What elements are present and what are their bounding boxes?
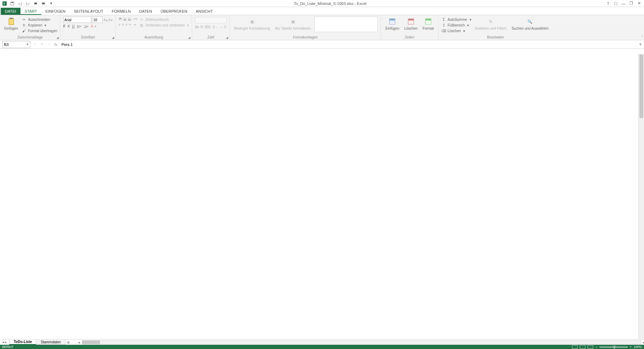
tab-insert[interactable]: EINFÜGEN — [41, 8, 70, 15]
scrollbar-thumb[interactable] — [82, 341, 100, 344]
format-as-table-button[interactable]: ▦Als Tabelle formatieren — [274, 17, 312, 31]
find-select-button[interactable]: 🔍Suchen und Auswählen — [510, 17, 550, 31]
sheet-tab-stammdaten[interactable]: Stammdaten — [36, 340, 65, 345]
insert-function-icon[interactable]: fx — [52, 42, 59, 47]
bold-button[interactable]: F — [63, 24, 65, 29]
worksheet-grid[interactable] — [0, 49, 644, 339]
number-format-selector[interactable] — [195, 17, 227, 23]
minimize-icon[interactable]: — — [620, 1, 627, 6]
orientation-icon[interactable]: ⤢▾ — [132, 17, 137, 21]
cancel-formula-icon[interactable]: ✕ — [38, 42, 45, 47]
restore-icon[interactable]: ❐ — [628, 1, 635, 6]
launcher-icon[interactable]: ◢ — [56, 36, 59, 39]
tab-start[interactable]: START — [20, 8, 41, 15]
wrap-text-button[interactable]: ↩Zeilenumbruch — [139, 17, 189, 22]
zoom-in-icon[interactable]: + — [630, 345, 632, 349]
ribbon-display-icon[interactable]: ▢ — [612, 1, 619, 6]
name-box[interactable]: B3▾ — [2, 41, 30, 48]
tab-view[interactable]: ANSICHT — [191, 8, 217, 15]
decrease-font-icon[interactable]: A▾ — [108, 17, 113, 23]
print-preview-icon[interactable] — [40, 0, 47, 7]
italic-button[interactable]: K — [67, 24, 70, 29]
tab-review[interactable]: ÜBERPRÜFEN — [156, 8, 192, 15]
fbar-separator: ⋮ — [31, 42, 38, 47]
currency-icon[interactable]: $▾ — [195, 25, 199, 29]
indent-dec-icon[interactable]: ⇤ — [129, 22, 132, 27]
view-normal-icon[interactable] — [572, 345, 578, 349]
delete-cells-button[interactable]: Löschen — [403, 17, 419, 31]
insert-cells-button[interactable]: Einfügen — [384, 17, 400, 31]
svg-rect-8 — [9, 18, 14, 25]
sigma-icon: Σ — [441, 17, 446, 22]
launcher-icon[interactable]: ◢ — [188, 36, 190, 39]
merge-center-button[interactable]: ▥Verbinden und zentrieren ▾ — [139, 22, 189, 28]
svg-rect-9 — [10, 18, 13, 19]
undo-icon[interactable] — [17, 0, 23, 7]
sheet-tab-todo[interactable]: ToDo-Liste — [9, 339, 36, 345]
decrease-decimal-icon[interactable]: ←.0 — [220, 25, 226, 29]
vertical-scrollbar[interactable] — [638, 54, 644, 339]
font-name-input[interactable] — [63, 17, 91, 23]
align-center-icon[interactable]: ≡ — [122, 22, 124, 27]
sheet-nav-prev-icon[interactable]: ◂ — [2, 340, 4, 344]
font-size-input[interactable] — [92, 17, 103, 23]
align-left-icon[interactable]: ≡ — [119, 22, 121, 27]
border-icon[interactable]: ▦▾ — [77, 24, 82, 29]
sort-filter-button[interactable]: ⇅Sortieren und Filtern — [473, 17, 508, 31]
formula-input[interactable]: Pers.1 — [59, 42, 637, 47]
align-right-icon[interactable]: ≡ — [125, 22, 127, 27]
tab-pagelayout[interactable]: SEITENLAYOUT — [70, 8, 107, 15]
horizontal-scrollbar[interactable]: ◂▸ — [82, 340, 641, 344]
format-painter-button[interactable]: 🖌Format übertragen — [22, 28, 57, 34]
align-middle-icon[interactable]: ⬓ — [123, 17, 126, 21]
increase-decimal-icon[interactable]: .0→ — [212, 25, 218, 29]
percent-icon[interactable]: % — [200, 25, 203, 29]
save-icon[interactable] — [9, 0, 16, 7]
quick-print-icon[interactable] — [32, 0, 39, 7]
indent-inc-icon[interactable]: ⇥ — [133, 22, 136, 27]
zoom-out-icon[interactable]: − — [595, 345, 597, 349]
tab-file[interactable]: DATEI — [1, 8, 20, 15]
launcher-icon[interactable]: ◢ — [226, 36, 228, 39]
enter-formula-icon[interactable]: ✓ — [45, 42, 52, 47]
ribbon: Einfügen ✂Ausschneiden ⎘Kopieren ▾ 🖌Form… — [0, 15, 644, 40]
font-color-icon[interactable]: A▾ — [91, 24, 96, 29]
zoom-level[interactable]: 100% — [634, 345, 642, 349]
group-styles: ▦Bedingte Formatierung ▦Als Tabelle form… — [230, 15, 381, 40]
brush-icon: 🖌 — [22, 28, 26, 33]
svg-rect-11 — [389, 19, 395, 20]
qat-customize-icon[interactable]: ▾ — [48, 0, 54, 7]
increase-font-icon[interactable]: A▴ — [103, 17, 108, 23]
sheet-nav-next-icon[interactable]: ▸ — [5, 340, 7, 344]
collapse-ribbon-icon[interactable]: ˄ — [641, 35, 643, 39]
cell-styles-gallery[interactable] — [314, 17, 378, 32]
expand-formula-bar-icon[interactable]: ▾ — [637, 42, 644, 47]
autosum-button[interactable]: ΣAutoSumme ▾ — [441, 17, 471, 22]
conditional-formatting-button[interactable]: ▦Bedingte Formatierung — [233, 17, 272, 31]
group-label-alignment: Ausrichtung◢ — [119, 35, 189, 40]
align-bottom-icon[interactable]: ⬓ — [128, 17, 131, 21]
new-sheet-icon[interactable]: ⊕ — [65, 340, 71, 345]
clear-button[interactable]: ⌫Löschen ▾ — [441, 28, 471, 34]
delete-icon — [407, 17, 415, 26]
format-cells-button[interactable]: Format — [421, 17, 435, 31]
paste-button[interactable]: Einfügen — [3, 17, 19, 31]
zoom-slider[interactable] — [600, 347, 628, 348]
launcher-icon[interactable]: ◢ — [112, 36, 114, 39]
tab-formulas[interactable]: FORMELN — [107, 8, 135, 15]
view-pagebreak-icon[interactable] — [588, 345, 593, 349]
scrollbar-thumb[interactable] — [639, 54, 643, 118]
redo-icon[interactable] — [25, 0, 31, 7]
view-pagelayout-icon[interactable] — [580, 345, 585, 349]
underline-button[interactable]: U — [72, 24, 74, 29]
close-icon[interactable]: ✕ — [636, 1, 643, 6]
fill-color-icon[interactable]: ◪▾ — [84, 24, 89, 29]
fill-button[interactable]: ↧Füllbereich ▾ — [441, 22, 471, 28]
tab-data[interactable]: DATEN — [135, 8, 156, 15]
cut-button[interactable]: ✂Ausschneiden — [22, 17, 57, 22]
copy-button[interactable]: ⎘Kopieren ▾ — [22, 22, 57, 28]
align-top-icon[interactable]: ⬒ — [119, 17, 122, 21]
group-font: A▴ A▾ F K U ▦▾ ◪▾ A▾ Schriftart◢ — [60, 15, 115, 40]
comma-icon[interactable]: 000 — [205, 25, 211, 29]
help-icon[interactable]: ? — [604, 1, 612, 6]
